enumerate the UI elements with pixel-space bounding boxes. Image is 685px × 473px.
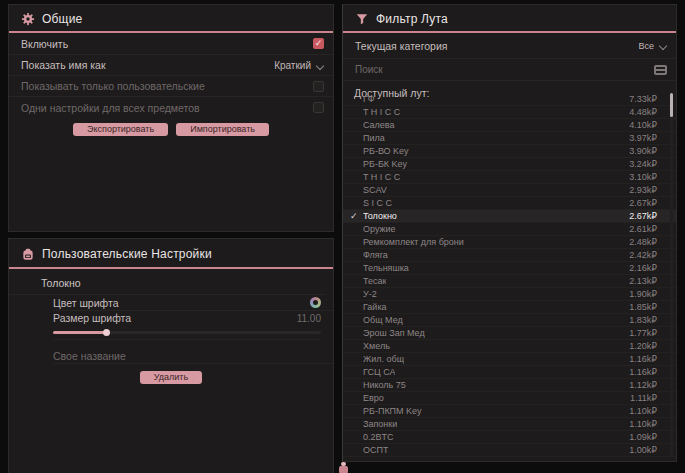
loot-filter-panel: Фильтр Лута Текущая категория Все Доступ… — [342, 4, 677, 462]
check-icon: ✓ — [315, 39, 323, 48]
item-price: 2.16k₽ — [629, 263, 657, 273]
list-item[interactable]: ГСЦ СА1.16k₽ — [343, 366, 676, 379]
list-item[interactable]: Тесак2.13k₽ — [343, 275, 676, 288]
list-item[interactable]: Общ Мед1.83k₽ — [343, 314, 676, 327]
item-name: Гайка — [363, 302, 387, 312]
item-name: Запонки — [363, 419, 397, 429]
list-item[interactable]: Жил. общ1.16k₽ — [343, 353, 676, 366]
category-row: Текущая категория Все — [343, 33, 676, 59]
only-custom-checkbox[interactable]: ✓ — [313, 81, 324, 92]
name-mode-select[interactable]: Краткий — [274, 60, 324, 71]
list-item[interactable]: Николь 751.12k₽ — [343, 379, 676, 392]
slider-handle[interactable] — [103, 329, 110, 336]
font-size-row: Размер шрифта 11.00 — [53, 311, 333, 325]
keyboard-icon[interactable] — [654, 65, 667, 75]
custom-name-input[interactable] — [53, 350, 321, 362]
custom-settings-panel: Пользовательские Настройки Толокно Цвет … — [8, 238, 334, 473]
item-name: Толокно — [363, 211, 397, 221]
item-price: 1.09k₽ — [629, 432, 657, 442]
list-item[interactable]: Фляга2.42k₽ — [343, 249, 676, 262]
setting-row-enable: Включить ✓ — [9, 33, 333, 55]
item-price: 1.90k₽ — [629, 289, 657, 299]
list-item[interactable]: T H I C C3.10k₽ — [343, 171, 676, 184]
only-custom-label: Показывать только пользовательские — [21, 80, 205, 92]
list-item[interactable]: SCAV2.93k₽ — [343, 184, 676, 197]
list-item[interactable]: Тельняшка2.16k₽ — [343, 262, 676, 275]
item-price: 1.85k₽ — [629, 302, 657, 312]
item-name: ГСЦ СА — [363, 367, 395, 377]
category-value: Все — [638, 41, 654, 51]
item-price: 1.16k₽ — [629, 367, 657, 377]
item-price: 1.10k₽ — [629, 406, 657, 416]
list-item[interactable]: T H I C C4.48k₽ — [343, 106, 676, 119]
list-item[interactable]: S I C C2.67k₽ — [343, 197, 676, 210]
list-item[interactable]: 0.2BTC1.09k₽ — [343, 431, 676, 444]
pixel-character-icon — [339, 462, 348, 473]
item-name: Хмель — [363, 341, 390, 351]
list-item[interactable]: ОСПТ1.00k₽ — [343, 444, 676, 457]
list-item[interactable]: Ремкомплект для брони2.48k₽ — [343, 236, 676, 249]
list-item[interactable]: ✓Толокно2.67k₽ — [343, 210, 676, 223]
export-button[interactable]: Экспортировать — [73, 123, 168, 136]
item-price: 1.20k₽ — [629, 341, 657, 351]
list-item[interactable]: ГФ7.33k₽ — [343, 93, 676, 106]
item-price: 4.10k₽ — [629, 120, 657, 130]
item-price: 1.00k₽ — [629, 445, 657, 455]
item-price: 1.10k₽ — [629, 419, 657, 429]
font-color-row: Цвет шрифта — [53, 295, 333, 311]
item-name: Жил. общ — [363, 354, 404, 364]
list-item[interactable]: Оружие2.61k₽ — [343, 223, 676, 236]
search-input[interactable] — [355, 64, 654, 75]
font-size-value: 11.00 — [297, 313, 321, 324]
list-item[interactable]: РБ-ПКПМ Key1.10k₽ — [343, 405, 676, 418]
color-wheel-icon[interactable] — [310, 297, 321, 308]
item-price: 3.10k₽ — [629, 172, 657, 182]
same-settings-checkbox[interactable]: ✓ — [313, 102, 324, 113]
item-price: 4.48k₽ — [629, 107, 657, 117]
list-item[interactable]: Салева4.10k₽ — [343, 119, 676, 132]
list-item[interactable]: РБ-ВО Key3.90k₽ — [343, 145, 676, 158]
item-price: 3.97k₽ — [629, 133, 657, 143]
font-size-slider[interactable] — [53, 325, 321, 340]
scrollbar-thumb[interactable] — [670, 93, 673, 117]
search-row — [343, 59, 676, 81]
item-price: 2.13k₽ — [629, 276, 657, 286]
slider-fill — [53, 331, 106, 334]
item-name: T H I C C — [363, 172, 400, 182]
item-name: Тесак — [363, 276, 386, 286]
category-select[interactable]: Все — [638, 41, 667, 51]
general-panel-header: Общие — [9, 5, 333, 31]
list-item[interactable]: Хмель1.20k₽ — [343, 340, 676, 353]
general-buttons-row: Экспортировать Импортировать — [9, 123, 333, 136]
item-name: РБ-ВО Key — [363, 146, 409, 156]
funnel-icon — [355, 12, 369, 26]
item-price: 2.61k₽ — [629, 224, 657, 234]
item-price: 7.33k₽ — [629, 94, 657, 104]
delete-button[interactable]: Удалить — [140, 371, 202, 384]
loot-list-scrollbar[interactable] — [670, 93, 673, 457]
list-item[interactable]: Пила3.97k₽ — [343, 132, 676, 145]
chevron-down-icon — [317, 62, 324, 69]
item-name: РБ-БК Key — [363, 159, 407, 169]
setting-row-only-custom: Показывать только пользовательские ✓ — [9, 76, 333, 97]
list-item[interactable]: РБ-БК Key3.24k₽ — [343, 158, 676, 171]
item-name: Пила — [363, 133, 385, 143]
item-name: Фляга — [363, 250, 388, 260]
general-panel-title: Общие — [42, 12, 82, 26]
list-item[interactable]: Евро1.11k₽ — [343, 392, 676, 405]
enable-checkbox[interactable]: ✓ — [313, 38, 324, 49]
item-name: ОСПТ — [363, 445, 388, 455]
item-price: 3.24k₽ — [629, 159, 657, 169]
list-item[interactable]: У-21.90k₽ — [343, 288, 676, 301]
gear-icon — [21, 12, 35, 26]
delete-row: Удалить — [9, 371, 333, 384]
list-item[interactable]: Эрош Зап Мед1.77k₽ — [343, 327, 676, 340]
list-item[interactable]: Запонки1.10k₽ — [343, 418, 676, 431]
custom-panel-header: Пользовательские Настройки — [9, 239, 333, 267]
import-button[interactable]: Импортировать — [176, 123, 269, 136]
item-price: 2.42k₽ — [629, 250, 657, 260]
item-name: У-2 — [363, 289, 377, 299]
list-item[interactable]: Гайка1.85k₽ — [343, 301, 676, 314]
item-name: Оружие — [363, 224, 396, 234]
item-name: Тельняшка — [363, 263, 409, 273]
